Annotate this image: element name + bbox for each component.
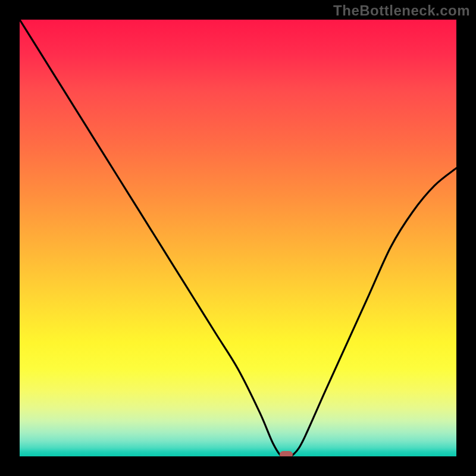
curve-path — [20, 20, 456, 456]
minimum-marker — [280, 451, 293, 456]
chart-frame: TheBottleneck.com — [0, 0, 476, 476]
plot-area — [20, 20, 456, 456]
bottleneck-curve — [20, 20, 456, 456]
watermark-text: TheBottleneck.com — [333, 2, 470, 19]
